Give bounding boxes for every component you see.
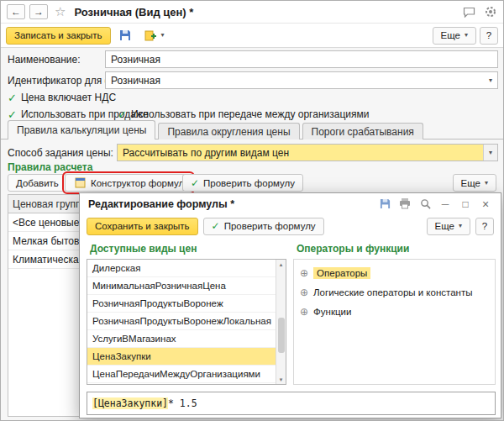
check-formula-label: Проверить формулу	[203, 178, 295, 188]
check-icon: ✓	[118, 109, 127, 120]
tree-item-label: Операторы	[313, 267, 370, 279]
check-icon: ✓	[8, 92, 17, 103]
dialog-save-and-close-button[interactable]: Сохранить и закрыть	[87, 218, 198, 235]
tree-item-label: Функции	[313, 307, 351, 317]
price-method-select[interactable]: Рассчитывать по другим видам цен ▾	[117, 144, 498, 161]
dialog-check-formula-button[interactable]: ✓ Проверить формулу	[203, 218, 324, 235]
tab-rounding-rules[interactable]: Правила округления цены	[158, 123, 299, 139]
formula-constructor-button[interactable]: Конструктор формул	[65, 174, 192, 192]
price-method-value: Рассчитывать по другим видам цен	[123, 147, 289, 159]
back-icon: ←	[11, 6, 21, 18]
price-type-item[interactable]: ЦенаПередачиМеждуОрганизациями	[87, 366, 276, 383]
tree-item-functions[interactable]: ⊕ Функции	[294, 302, 495, 321]
table-more-button[interactable]: Еще ▾	[453, 174, 496, 192]
use-on-transfer-checkbox[interactable]: ✓ Использовать при передаче между органи…	[118, 108, 369, 120]
dialog-help-label: ?	[482, 221, 487, 231]
dialog-more-button[interactable]: Еще ▾	[427, 218, 470, 235]
price-method-label: Способ задания цены:	[8, 144, 113, 161]
price-type-item[interactable]: РозничнаяПродуктыВоронеж	[87, 295, 276, 313]
dialog-titlebar: Редактирование формулы * ─ □ ×	[80, 193, 501, 214]
formula-constructor-label: Конструктор формул	[91, 178, 184, 188]
formula-token: [ЦенаЗакупки]	[92, 397, 168, 409]
price-type-item[interactable]: УслугиВМагазинах	[87, 330, 276, 348]
window-titlebar: ← → ☆ Розничная (Вид цен) *	[1, 1, 503, 24]
name-input[interactable]: Розничная	[105, 50, 498, 68]
back-button[interactable]: ←	[7, 4, 25, 19]
help-label: ?	[486, 30, 491, 40]
tab-calculation-rules[interactable]: Правила калькуляции цены	[8, 120, 155, 139]
identifier-input[interactable]: Розничная ▾	[105, 71, 498, 89]
more-label: Еще	[441, 30, 460, 40]
price-type-item[interactable]: Дилерская	[87, 260, 276, 277]
price-method-dropdown-button[interactable]: ▾	[483, 145, 497, 161]
expand-icon[interactable]: ⊕	[300, 287, 308, 298]
scroll-down-icon[interactable]: ▾	[280, 375, 283, 384]
floppy-icon	[118, 29, 132, 42]
dialog-more-label: Еще	[435, 221, 454, 231]
green-check-icon: ✓	[212, 221, 220, 231]
tab-thresholds[interactable]: Пороги срабатывания	[302, 123, 423, 139]
close-icon[interactable]: ×	[479, 197, 492, 211]
identifier-value: Розничная	[111, 75, 160, 87]
print-icon[interactable]	[398, 197, 412, 211]
dialog-save-and-close-label: Сохранить и закрыть	[95, 221, 190, 231]
name-value: Розничная	[111, 54, 160, 66]
discussions-icon[interactable]	[462, 5, 475, 18]
expand-icon[interactable]: ⊕	[300, 306, 308, 318]
app-window: ← → ☆ Розничная (Вид цен) * Записать и з…	[0, 0, 504, 421]
scroll-up-icon[interactable]: ▴	[280, 260, 283, 269]
vat-checkbox[interactable]: ✓ Цена включает НДС	[8, 92, 116, 103]
forward-button[interactable]: →	[29, 4, 48, 19]
save-and-close-button[interactable]: Записать и закрыть	[6, 27, 111, 45]
formula-input[interactable]: [ЦенаЗакупки] * 1.5	[87, 392, 496, 415]
main-toolbar: Записать и закрыть ▾ Еще ▾ ?	[1, 24, 503, 48]
settings-gear-icon[interactable]	[484, 5, 497, 18]
add-label: Добавить	[16, 178, 59, 188]
chevron-down-icon: ▾	[459, 223, 462, 229]
dialog-toolbar: Сохранить и закрыть ✓ Проверить формулу …	[80, 214, 501, 238]
chevron-down-icon: ▾	[161, 32, 165, 39]
more-button[interactable]: Еще ▾	[433, 27, 476, 45]
calc-rules-section-title: Правила расчета	[8, 161, 92, 173]
minimize-icon[interactable]: ─	[438, 197, 452, 211]
create-based-on-button[interactable]: ▾	[139, 27, 169, 45]
scrollbar-thumb[interactable]	[278, 318, 285, 353]
price-types-list: Дилерская МинимальнаяРозничнаяЦена Розни…	[87, 259, 286, 385]
maximize-icon[interactable]: □	[459, 197, 472, 211]
tree-item-logical-operators[interactable]: ⊕ Логические операторы и константы	[294, 282, 495, 302]
use-on-transfer-label: Использовать при передаче между организа…	[131, 108, 370, 120]
chevron-down-icon: ▾	[489, 150, 492, 156]
help-button[interactable]: ?	[480, 27, 498, 45]
list-scrollbar[interactable]: ▴ ▾	[276, 260, 286, 384]
add-button[interactable]: Добавить	[8, 174, 67, 192]
formula-editor-dialog: Редактирование формулы * ─ □ × Сохранить…	[79, 192, 501, 418]
favorite-star-icon[interactable]: ☆	[55, 4, 66, 19]
save-and-close-label: Записать и закрыть	[14, 30, 102, 40]
create-based-on-icon	[144, 29, 157, 42]
chevron-down-icon[interactable]: ▾	[489, 76, 492, 84]
chevron-down-icon: ▾	[465, 32, 468, 39]
save-button[interactable]	[114, 27, 136, 45]
price-types-panel-title: Доступные виды цен	[90, 243, 197, 255]
chevron-down-icon: ▾	[485, 180, 488, 187]
save-icon[interactable]	[378, 197, 391, 211]
expand-icon[interactable]: ⊕	[300, 267, 308, 279]
check-formula-button[interactable]: ✓ Проверить формулу	[182, 174, 303, 192]
vat-checkbox-label: Цена включает НДС	[21, 92, 116, 103]
price-type-item[interactable]: РозничнаяПродуктыВоронежЛокальная	[87, 313, 276, 330]
tree-item-label: Логические операторы и константы	[313, 287, 472, 297]
operators-panel-title: Операторы и функции	[297, 243, 409, 255]
forward-icon: →	[34, 6, 44, 18]
dialog-help-button[interactable]: ?	[475, 218, 494, 235]
table-more-label: Еще	[461, 178, 480, 188]
tree-item-operators[interactable]: ⊕ Операторы	[294, 263, 495, 282]
name-label: Наименование:	[8, 50, 81, 68]
price-type-item-selected[interactable]: ЦенаЗакупки	[87, 348, 276, 366]
dialog-title: Редактирование формулы *	[88, 198, 234, 210]
green-check-icon: ✓	[191, 178, 199, 188]
zoom-icon[interactable]	[418, 197, 432, 211]
dialog-check-formula-label: Проверить формулу	[224, 221, 316, 231]
price-type-item[interactable]: МинимальнаяРозничнаяЦена	[87, 277, 276, 295]
formula-icon	[73, 176, 87, 190]
tab-label: Правила округления цены	[167, 126, 290, 138]
